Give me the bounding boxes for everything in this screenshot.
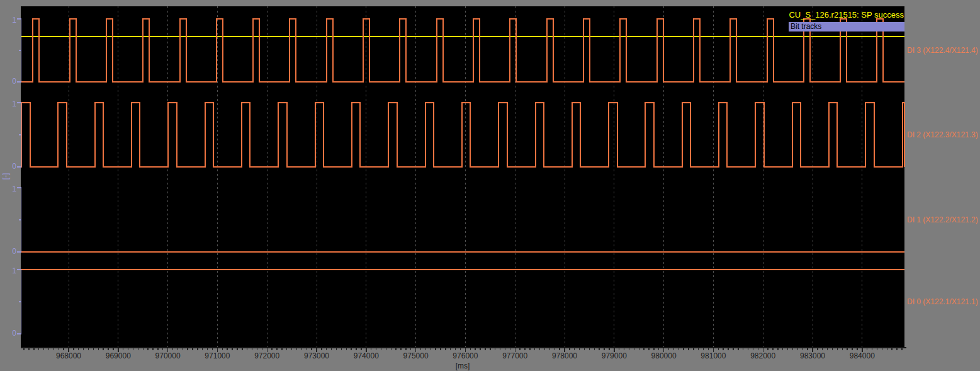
y-min-label: 0 [8, 247, 16, 256]
x-tick-label: 983000 [792, 351, 833, 361]
x-tick-label: 974000 [346, 351, 386, 361]
x-tick-label: 972000 [247, 351, 287, 361]
trace-window: CU_S_126.r21515: SP success Bit tracks [… [0, 0, 980, 371]
y-axis-bracket [17, 270, 21, 334]
y-axis-bracket [17, 103, 21, 167]
waveform-svg[interactable] [0, 0, 980, 371]
x-tick-label: 969000 [98, 351, 138, 361]
bit-tracks-label: Bit tracks [789, 22, 904, 31]
track-label[interactable]: DI 0 (X122.1/X121.1) [907, 297, 978, 306]
x-tick-label: 979000 [594, 351, 634, 361]
x-tick-label: 976000 [445, 351, 485, 361]
x-tick-label: 975000 [396, 351, 436, 361]
x-tick-label: 971000 [197, 351, 237, 361]
x-tick-label: 980000 [644, 351, 684, 361]
status-title: CU_S_126.r21515: SP success [789, 10, 904, 20]
x-tick-label: 982000 [743, 351, 783, 361]
x-tick-label: 981000 [693, 351, 733, 361]
x-tick-label: 984000 [842, 351, 882, 361]
x-tick-label: 978000 [544, 351, 585, 361]
y-max-label: 1 [8, 100, 16, 108]
x-tick-label: 973000 [296, 351, 337, 361]
y-axis-bracket [17, 188, 21, 252]
x-tick-label: 977000 [495, 351, 535, 361]
plot-area[interactable] [21, 6, 904, 347]
x-tick-label: 968000 [48, 351, 89, 361]
y-max-label: 1 [8, 16, 16, 25]
y-min-label: 0 [8, 329, 16, 338]
track-label[interactable]: DI 1 (X122.2/X121.2) [907, 215, 978, 224]
bit-tracks-bar[interactable]: Bit tracks [789, 22, 904, 31]
track-label[interactable]: DI 3 (X122.4/X121.4) [907, 46, 978, 55]
y-min-label: 0 [8, 77, 16, 86]
x-tick-label: 970000 [148, 351, 188, 361]
y-max-label: 1 [8, 266, 16, 275]
y-axis-bracket [17, 19, 21, 82]
x-axis-unit: [ms] [431, 362, 494, 371]
track-label[interactable]: DI 2 (X122.3/X121.3) [907, 130, 978, 139]
y-min-label: 0 [8, 162, 16, 171]
y-max-label: 1 [8, 185, 16, 193]
